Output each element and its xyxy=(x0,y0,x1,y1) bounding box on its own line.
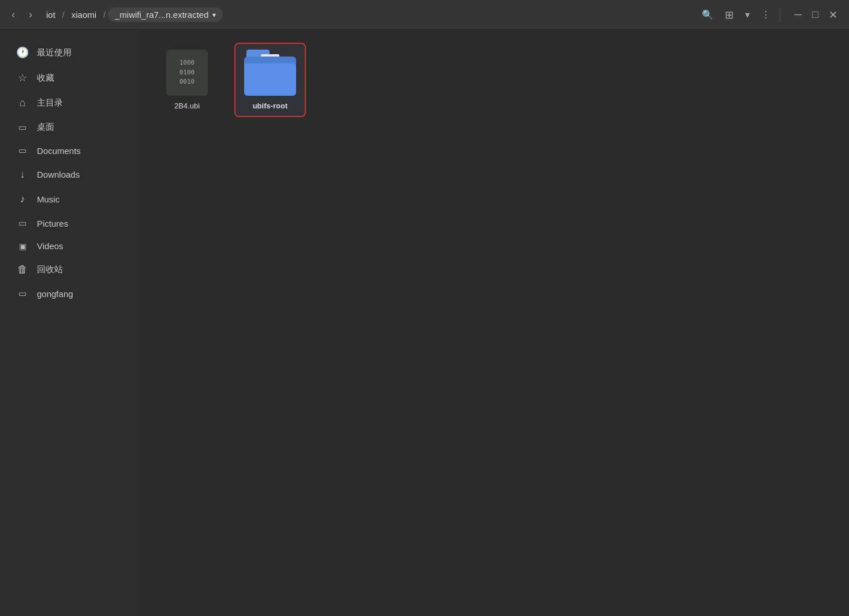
breadcrumb: iot / xiaomi / _miwifi_ra7...n.extracted… xyxy=(42,7,693,22)
sidebar-item-pictures[interactable]: ▭ Pictures xyxy=(5,212,134,234)
titlebar: ‹ › iot / xiaomi / _miwifi_ra7...n.extra… xyxy=(0,0,849,30)
desktop-icon: ▭ xyxy=(16,122,29,133)
sidebar-item-label: Videos xyxy=(37,241,63,251)
binary-file-icon: 1000 0100 0010 xyxy=(166,50,208,96)
music-icon: ♪ xyxy=(16,193,29,205)
main-layout: 🕐 最近使用 ☆ 收藏 ⌂ 主目录 ▭ 桌面 ▭ Documents ↓ Dow… xyxy=(0,30,849,616)
view-toggle-button[interactable]: ⊞ xyxy=(720,5,738,25)
chevron-down-icon: ▾ xyxy=(212,11,216,19)
sidebar-item-label: Music xyxy=(37,194,59,204)
download-icon: ↓ xyxy=(16,168,29,181)
sidebar-item-label: Downloads xyxy=(37,170,80,179)
binary-text: 1000 0100 0010 xyxy=(179,58,195,87)
sidebar-item-label: 主目录 xyxy=(37,97,63,108)
more-icon: ⋮ xyxy=(761,9,771,20)
content-area: 1000 0100 0010 2B4.ubi ubifs-root xyxy=(139,30,849,616)
breadcrumb-sep-2: / xyxy=(103,10,106,20)
sidebar-item-desktop[interactable]: ▭ 桌面 xyxy=(5,116,134,138)
sidebar-item-gongfang[interactable]: ▭ gongfang xyxy=(5,283,134,305)
grid-view-icon: ⊞ xyxy=(725,9,734,21)
file-item-2b4ubi[interactable]: 1000 0100 0010 2B4.ubi xyxy=(152,44,222,116)
sidebar-item-videos[interactable]: ▣ Videos xyxy=(5,235,134,257)
sidebar-item-label: 收藏 xyxy=(37,73,54,84)
trash-icon: 🗑 xyxy=(16,264,29,276)
chevron-down-icon: ▾ xyxy=(745,9,750,20)
pictures-icon: ▭ xyxy=(16,218,29,228)
home-icon: ⌂ xyxy=(16,97,29,109)
titlebar-actions: 🔍 ⊞ ▾ ⋮ ─ □ ✕ xyxy=(697,5,842,25)
star-icon: ☆ xyxy=(16,72,29,84)
folder-icon-ubifs-root xyxy=(244,50,296,96)
sidebar-item-label: 回收站 xyxy=(37,264,63,275)
view-dropdown-button[interactable]: ▾ xyxy=(740,6,754,24)
folder-icon: ▭ xyxy=(16,288,29,299)
breadcrumb-sep-1: / xyxy=(62,10,65,20)
search-icon: 🔍 xyxy=(702,9,713,20)
documents-icon: ▭ xyxy=(16,145,29,156)
file-item-ubifs-root[interactable]: ubifs-root xyxy=(235,44,305,116)
minimize-button[interactable]: ─ xyxy=(790,6,806,23)
sidebar-item-label: 桌面 xyxy=(37,122,54,133)
maximize-button[interactable]: □ xyxy=(807,6,823,23)
sidebar-item-recent[interactable]: 🕐 最近使用 xyxy=(5,40,134,65)
search-button[interactable]: 🔍 xyxy=(697,6,718,24)
sidebar: 🕐 最近使用 ☆ 收藏 ⌂ 主目录 ▭ 桌面 ▭ Documents ↓ Dow… xyxy=(0,30,139,616)
sidebar-item-label: Pictures xyxy=(37,219,68,228)
file-name-ubifs-root: ubifs-root xyxy=(253,102,288,110)
sidebar-item-music[interactable]: ♪ Music xyxy=(5,187,134,211)
breadcrumb-item-iot[interactable]: iot xyxy=(42,7,60,22)
file-name-2b4ubi: 2B4.ubi xyxy=(174,102,200,110)
sidebar-item-starred[interactable]: ☆ 收藏 xyxy=(5,66,134,90)
close-button[interactable]: ✕ xyxy=(824,6,842,24)
videos-icon: ▣ xyxy=(16,242,29,251)
sidebar-item-label: gongfang xyxy=(37,289,73,299)
sidebar-item-home[interactable]: ⌂ 主目录 xyxy=(5,91,134,115)
sidebar-item-label: Documents xyxy=(37,146,81,156)
back-button[interactable]: ‹ xyxy=(7,6,20,23)
sidebar-item-documents[interactable]: ▭ Documents xyxy=(5,140,134,161)
clock-icon: 🕐 xyxy=(16,46,29,59)
sidebar-item-label: 最近使用 xyxy=(37,47,72,58)
window-controls: ─ □ ✕ xyxy=(790,6,842,24)
sidebar-item-downloads[interactable]: ↓ Downloads xyxy=(5,163,134,186)
breadcrumb-item-current[interactable]: _miwifi_ra7...n.extracted ▾ xyxy=(108,7,223,22)
titlebar-divider xyxy=(780,8,780,22)
breadcrumb-item-xiaomi[interactable]: xiaomi xyxy=(67,7,101,22)
forward-button[interactable]: › xyxy=(24,6,37,23)
sidebar-item-trash[interactable]: 🗑 回收站 xyxy=(5,258,134,281)
folder-front xyxy=(244,63,296,96)
more-menu-button[interactable]: ⋮ xyxy=(757,6,775,24)
